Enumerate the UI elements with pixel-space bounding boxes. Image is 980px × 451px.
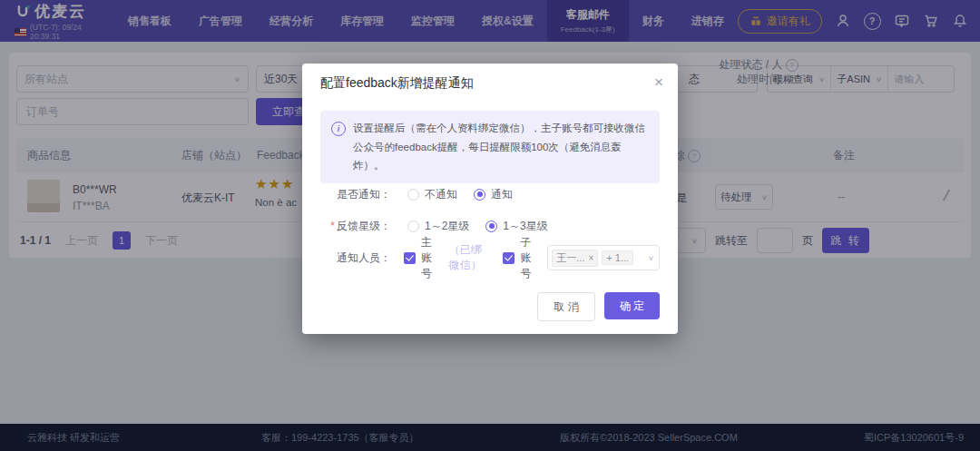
checkbox-checked-icon [404, 252, 416, 264]
required-mark: * [330, 220, 335, 232]
remove-tag-icon[interactable]: × [588, 253, 593, 263]
sub-account-checkbox[interactable]: 子账号 [503, 235, 538, 281]
radio-star-1-2[interactable]: 1～2星级 [407, 219, 469, 234]
chevron-down-icon: ∨ [642, 254, 654, 262]
main-account-label: 主账号 [421, 235, 442, 281]
more-tags-badge: + 1... [602, 250, 633, 265]
radio-notify-label: 通知 [491, 187, 513, 202]
radio-no-notify[interactable]: 不通知 [407, 187, 457, 202]
confirm-button[interactable]: 确 定 [604, 292, 660, 319]
dialog-title: 配置feedback新增提醒通知 [320, 75, 474, 92]
star-level-label-text: 反馈星级： [337, 220, 391, 232]
notify-people-label: 通知人员： [320, 250, 391, 266]
selected-tag-label: 王一... [556, 251, 584, 265]
sub-account-label: 子账号 [520, 235, 538, 281]
info-icon: i [331, 122, 346, 136]
radio-checked-icon [485, 221, 497, 232]
notify-row: 是否通知： 不通知 通知 [320, 181, 660, 207]
notify-people-row: 通知人员： 主账号 （已绑微信） 子账号 王一... × + 1... ∨ [320, 245, 660, 270]
close-icon[interactable]: × [654, 74, 663, 90]
radio-no-notify-label: 不通知 [425, 187, 457, 202]
radio-star-1-3-label: 1～3星级 [503, 219, 547, 234]
radio-icon [407, 221, 419, 232]
dialog-footer: 取 消 确 定 [537, 292, 660, 321]
notify-label: 是否通知： [320, 187, 391, 202]
info-text: 设置提醒后（需在个人资料绑定微信），主子账号都可接收微信公众号的feedback… [353, 119, 649, 175]
main-account-note: （已绑微信） [449, 242, 491, 273]
radio-notify[interactable]: 通知 [474, 187, 513, 202]
feedback-notify-dialog: 配置feedback新增提醒通知 × i 设置提醒后（需在个人资料绑定微信），主… [302, 64, 678, 334]
radio-star-1-2-label: 1～2星级 [425, 219, 469, 234]
dialog-header: 配置feedback新增提醒通知 [302, 64, 678, 103]
radio-checked-icon [474, 189, 485, 201]
checkbox-checked-icon [503, 252, 514, 264]
radio-star-1-3[interactable]: 1～3星级 [485, 219, 547, 234]
selected-tag: 王一... × [552, 250, 598, 267]
page: 优麦云 (UTC-7): 09/24 20:39:31 销售看板 广告管理 经营… [0, 0, 980, 451]
cancel-button[interactable]: 取 消 [537, 292, 594, 321]
star-level-label: *反馈星级： [320, 219, 391, 234]
sub-account-select[interactable]: 王一... × + 1... ∨ [547, 245, 660, 270]
radio-icon [407, 189, 419, 201]
main-account-checkbox[interactable]: 主账号 （已绑微信） [404, 235, 490, 281]
info-banner: i 设置提醒后（需在个人资料绑定微信），主子账号都可接收微信公众号的feedba… [320, 111, 660, 183]
